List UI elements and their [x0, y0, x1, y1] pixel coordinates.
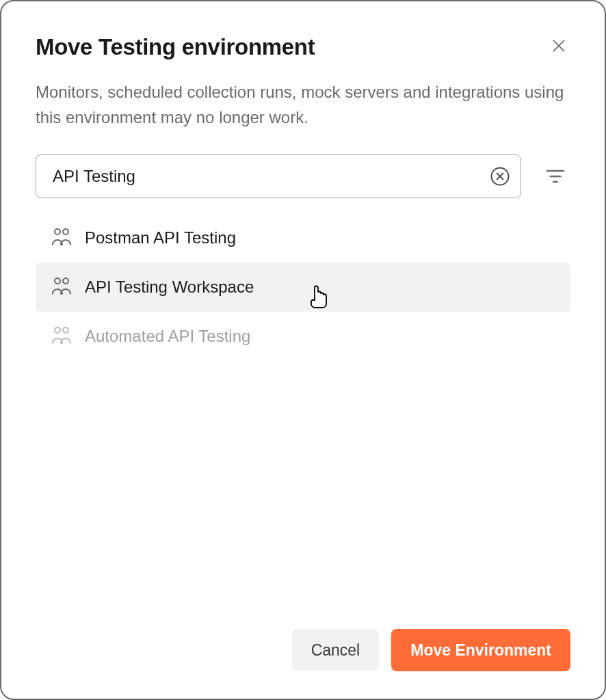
search-input[interactable] — [36, 154, 521, 198]
workspace-item-label: API Testing Workspace — [85, 278, 254, 297]
filter-button[interactable] — [540, 161, 570, 191]
svg-point-10 — [55, 278, 60, 284]
results-list: Postman API Testing API Testing Workspac… — [36, 213, 570, 629]
close-icon — [550, 37, 568, 55]
workspace-item-label: Postman API Testing — [85, 228, 236, 247]
move-environment-dialog: Move Testing environment Monitors, sched… — [0, 0, 606, 700]
workspace-item-label: Automated API Testing — [85, 327, 250, 346]
team-icon — [51, 325, 73, 347]
svg-point-13 — [63, 327, 68, 333]
dialog-header: Move Testing environment — [36, 34, 570, 60]
workspace-item: Automated API Testing — [36, 312, 570, 361]
svg-point-11 — [63, 278, 68, 284]
svg-point-8 — [55, 229, 60, 234]
dialog-title: Move Testing environment — [36, 34, 315, 60]
filter-icon — [544, 165, 566, 187]
team-icon — [51, 227, 73, 249]
clear-search-button[interactable] — [490, 166, 510, 187]
search-input-wrap — [36, 154, 521, 198]
svg-point-9 — [63, 229, 68, 234]
team-icon — [51, 276, 73, 298]
svg-point-12 — [55, 327, 60, 333]
clear-icon — [490, 166, 510, 187]
workspace-item[interactable]: Postman API Testing — [36, 213, 570, 262]
cancel-button[interactable]: Cancel — [292, 629, 380, 671]
move-environment-button[interactable]: Move Environment — [391, 629, 570, 671]
workspace-item[interactable]: API Testing Workspace — [36, 262, 570, 312]
search-row — [36, 154, 570, 198]
pointer-cursor-icon — [308, 285, 329, 311]
dialog-description: Monitors, scheduled collection runs, moc… — [36, 79, 570, 130]
dialog-footer: Cancel Move Environment — [36, 629, 570, 671]
close-button[interactable] — [547, 34, 570, 57]
